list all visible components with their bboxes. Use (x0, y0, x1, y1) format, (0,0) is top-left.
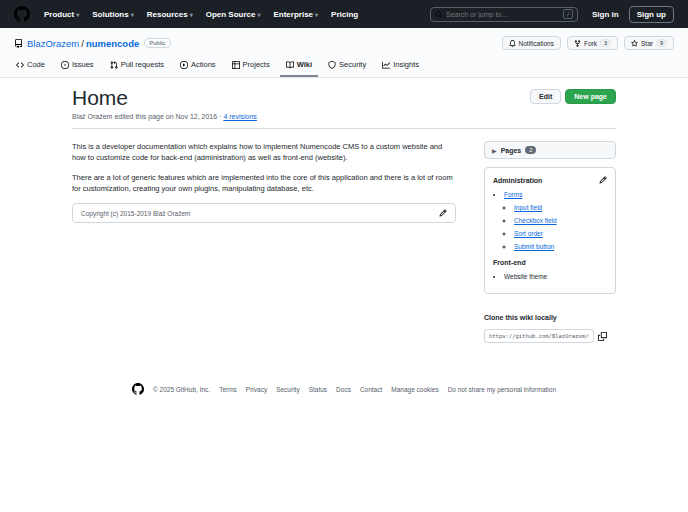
copy-button[interactable] (598, 332, 607, 341)
tab-issues[interactable]: Issues (55, 56, 100, 77)
git-pull-request-icon (110, 61, 118, 69)
play-icon (180, 61, 188, 69)
star-icon (631, 40, 638, 47)
tab-wiki[interactable]: Wiki (280, 56, 318, 77)
list-item: Sort order (514, 229, 607, 238)
footer-link-privacy[interactable]: Privacy (246, 386, 267, 393)
chevron-right-icon: ▶ (492, 147, 497, 154)
nav-item-enterprise[interactable]: Enterprise▾ (273, 10, 318, 19)
sign-up-button[interactable]: Sign up (629, 6, 674, 23)
tab-pull-requests[interactable]: Pull requests (104, 56, 170, 77)
nav-item-solutions[interactable]: Solutions▾ (92, 10, 133, 19)
custom-sidebar: Administration Forms Input field Checkbo… (484, 167, 616, 294)
wiki-footer-box: Copyright (c) 2015-2019 Blaž Oražem (72, 203, 456, 223)
edit-sidebar-pencil-icon[interactable] (599, 176, 607, 184)
tab-code[interactable]: Code (10, 56, 51, 77)
copyright-note: Copyright (c) 2015-2019 Blaž Oražem (81, 210, 190, 217)
visibility-badge: Public (144, 38, 170, 48)
list-item: Input field (514, 203, 607, 212)
fork-count: 3 (600, 39, 611, 47)
github-logo-icon[interactable] (14, 6, 30, 22)
star-count: 9 (656, 39, 667, 47)
search-box[interactable]: / (430, 7, 578, 22)
clone-heading: Clone this wiki locally (484, 314, 557, 321)
chevron-down-icon: ▾ (76, 11, 79, 18)
project-icon (232, 61, 240, 69)
repo-name-link[interactable]: numencode (86, 38, 139, 49)
primary-nav: Product▾ Solutions▾ Resources▾ Open Sour… (44, 10, 358, 19)
footer-link-manage-cookies[interactable]: Manage cookies (391, 386, 438, 393)
book-icon (286, 61, 294, 69)
chevron-down-icon: ▾ (131, 11, 134, 18)
wiki-paragraph: There are a lot of generic features whic… (72, 172, 456, 194)
footer-link-docs[interactable]: Docs (336, 386, 351, 393)
revisions-link[interactable]: 4 revisions (223, 113, 256, 120)
list-item: Forms Input field Checkbox field Sort or… (504, 190, 607, 251)
top-navigation: Product▾ Solutions▾ Resources▾ Open Sour… (0, 0, 688, 28)
sidebar-link-input-field[interactable]: Input field (514, 204, 542, 211)
site-footer: © 2025 GitHub, Inc. Terms Privacy Securi… (0, 383, 688, 395)
wiki-page-header: Home Edit New page Blaž Oražem edited th… (72, 86, 616, 129)
repo-tabs: Code Issues Pull requests Actions Projec… (0, 50, 688, 77)
tab-security[interactable]: Security (322, 56, 372, 77)
sidebar-link-checkbox-field[interactable]: Checkbox field (514, 217, 557, 224)
wiki-main: Home Edit New page Blaž Oražem edited th… (0, 78, 688, 395)
repo-owner-link[interactable]: BlazOrazem (27, 38, 79, 49)
notifications-button[interactable]: Notifications (502, 36, 561, 50)
repo-header: BlazOrazem / numencode Public Notificati… (0, 28, 688, 78)
nav-item-pricing[interactable]: Pricing (331, 10, 358, 19)
sidebar-item-website-theme[interactable]: Website theme (504, 272, 607, 281)
footer-link-contact[interactable]: Contact (360, 386, 382, 393)
graph-icon (382, 61, 390, 69)
pages-label: Pages (501, 147, 522, 154)
footer-link-privacy-choices[interactable]: Do not share my personal information (448, 386, 556, 393)
tab-insights[interactable]: Insights (376, 56, 425, 77)
code-icon (16, 61, 24, 69)
nav-item-open-source[interactable]: Open Source▾ (206, 10, 261, 19)
github-wiki-page: Product▾ Solutions▾ Resources▾ Open Sour… (0, 0, 688, 512)
chevron-down-icon: ▾ (190, 11, 193, 18)
sign-in-link[interactable]: Sign in (592, 10, 619, 19)
fork-button[interactable]: Fork 3 (567, 36, 618, 50)
repo-actions: Notifications Fork 3 Star 9 (502, 36, 674, 50)
bell-icon (509, 40, 516, 47)
pages-count-badge: 2 (525, 146, 536, 154)
issue-opened-icon (61, 61, 69, 69)
list-item: Submit button (514, 242, 607, 251)
sidebar-admin-heading: Administration (493, 177, 542, 184)
edit-footer-pencil-icon[interactable] (439, 209, 447, 217)
sidebar-link-submit-button[interactable]: Submit button (514, 243, 554, 250)
footer-link-terms[interactable]: Terms (219, 386, 237, 393)
page-title: Home (72, 86, 128, 110)
footer-link-status[interactable]: Status (309, 386, 327, 393)
star-button[interactable]: Star 9 (624, 36, 674, 50)
clone-section: Clone this wiki locally (484, 306, 616, 343)
edit-button[interactable]: Edit (530, 89, 561, 104)
chevron-down-icon: ▾ (257, 11, 260, 18)
search-icon (435, 11, 442, 18)
clone-url-input[interactable] (484, 329, 594, 343)
search-shortcut-key: / (563, 9, 573, 19)
footer-copyright: © 2025 GitHub, Inc. (153, 386, 210, 393)
frontend-list: Website theme (504, 272, 607, 281)
footer-link-security[interactable]: Security (276, 386, 299, 393)
forms-sublist: Input field Checkbox field Sort order Su… (514, 203, 607, 251)
fork-icon (574, 40, 581, 47)
nav-item-resources[interactable]: Resources▾ (147, 10, 193, 19)
tab-projects[interactable]: Projects (226, 56, 276, 77)
edited-subtitle: Blaž Oražem edited this page on Nov 12, … (72, 113, 616, 129)
repo-title-row: BlazOrazem / numencode Public Notificati… (0, 36, 688, 50)
repo-separator: / (81, 38, 84, 49)
wiki-sidebar: ▶ Pages 2 Administration Forms Input (484, 141, 616, 353)
nav-item-product[interactable]: Product▾ (44, 10, 79, 19)
shield-icon (328, 61, 336, 69)
github-mark-icon (132, 383, 144, 395)
wiki-paragraph: This is a developer documentation which … (72, 141, 456, 163)
sidebar-link-forms[interactable]: Forms (504, 191, 522, 198)
new-page-button[interactable]: New page (565, 89, 616, 104)
search-input[interactable] (446, 11, 559, 18)
sidebar-link-sort-order[interactable]: Sort order (514, 230, 543, 237)
tab-actions[interactable]: Actions (174, 56, 222, 77)
repo-icon (14, 39, 23, 48)
pages-toggle[interactable]: ▶ Pages 2 (484, 141, 616, 159)
